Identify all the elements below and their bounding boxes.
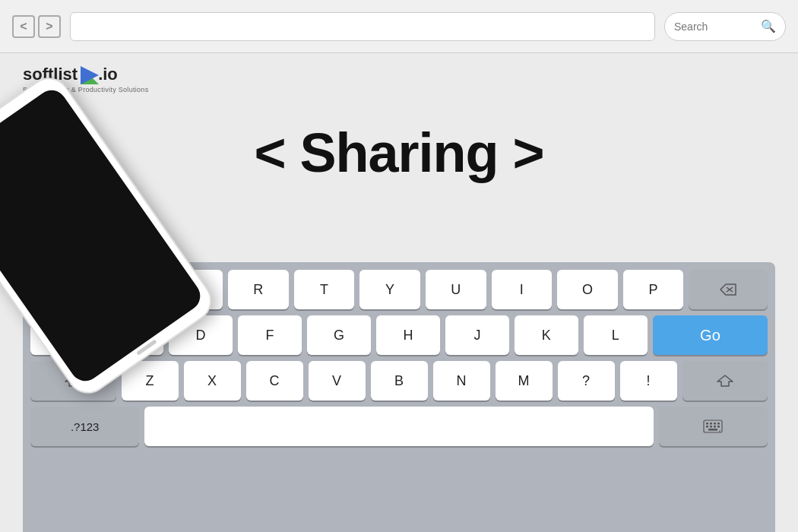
svg-rect-8 <box>710 423 712 425</box>
nav-buttons: < > <box>12 15 61 38</box>
key-l[interactable]: L <box>584 315 648 355</box>
logo-io: .io <box>98 65 118 84</box>
key-i[interactable]: I <box>492 270 553 309</box>
key-y[interactable]: Y <box>359 270 420 309</box>
key-o[interactable]: O <box>557 270 618 309</box>
key-j[interactable]: J <box>445 315 509 355</box>
key-p[interactable]: P <box>623 270 684 309</box>
key-c[interactable]: C <box>246 361 303 401</box>
svg-rect-9 <box>714 423 716 425</box>
keyboard-row-4: .?123 <box>30 407 768 446</box>
main-content: softlist .io Best Business & Productivit… <box>0 53 798 532</box>
key-b[interactable]: B <box>371 361 428 401</box>
key-question[interactable]: ? <box>558 361 615 401</box>
key-exclaim[interactable]: ! <box>620 361 677 401</box>
svg-rect-7 <box>706 423 708 425</box>
key-g[interactable]: G <box>307 315 371 355</box>
back-button[interactable]: < <box>12 15 35 38</box>
key-f[interactable]: F <box>238 315 302 355</box>
key-space[interactable] <box>144 407 653 446</box>
backspace-icon <box>720 283 736 296</box>
svg-rect-12 <box>710 426 712 428</box>
address-bar[interactable] <box>70 12 655 41</box>
svg-rect-11 <box>706 426 708 428</box>
svg-rect-15 <box>708 429 717 431</box>
key-m[interactable]: M <box>496 361 553 401</box>
keyboard-icon <box>703 420 723 433</box>
key-k[interactable]: K <box>515 315 578 355</box>
key-keyboard[interactable] <box>659 407 768 446</box>
key-backspace[interactable] <box>689 270 768 309</box>
key-t[interactable]: T <box>294 270 355 309</box>
search-input[interactable] <box>674 21 755 33</box>
svg-rect-14 <box>717 426 720 428</box>
keyboard-row-3: Z X C V B N M ? ! <box>30 361 768 401</box>
shift-right-icon <box>717 374 733 388</box>
svg-marker-5 <box>717 375 733 386</box>
key-x[interactable]: X <box>184 361 241 401</box>
browser-chrome: < > 🔍 <box>0 0 798 53</box>
search-icon: 🔍 <box>761 19 776 33</box>
key-h[interactable]: H <box>376 315 440 355</box>
key-n[interactable]: N <box>433 361 490 401</box>
search-box[interactable]: 🔍 <box>664 12 786 41</box>
key-go[interactable]: Go <box>653 315 768 355</box>
sharing-heading: < Sharing > <box>254 122 543 184</box>
key-r[interactable]: R <box>228 270 289 309</box>
key-u[interactable]: U <box>426 270 486 309</box>
key-v[interactable]: V <box>309 361 366 401</box>
key-num[interactable]: .?123 <box>30 407 139 446</box>
key-shift-right[interactable] <box>682 361 768 401</box>
svg-rect-10 <box>717 423 720 425</box>
svg-rect-13 <box>714 426 716 428</box>
logo-triangle-icon <box>81 66 99 84</box>
forward-button[interactable]: > <box>38 15 61 38</box>
